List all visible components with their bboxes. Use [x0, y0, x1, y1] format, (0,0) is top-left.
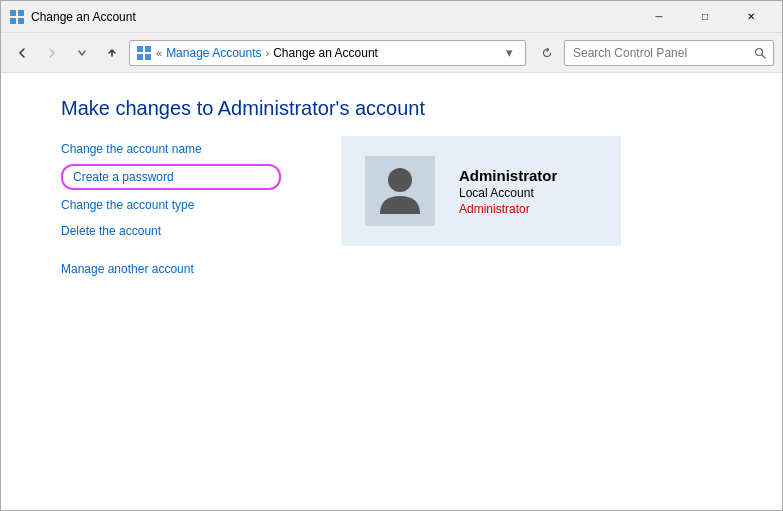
- up-button[interactable]: [99, 40, 125, 66]
- account-type: Local Account: [459, 186, 557, 200]
- forward-icon: [47, 48, 57, 58]
- window-title: Change an Account: [31, 10, 636, 24]
- nav-bar: « Manage Accounts › Change an Account ▾: [1, 33, 782, 73]
- svg-rect-7: [145, 54, 151, 60]
- svg-rect-0: [10, 10, 16, 16]
- breadcrumb-cp-icon: [136, 45, 152, 61]
- main-content: Make changes to Administrator's account …: [1, 73, 782, 510]
- search-icon: [754, 47, 766, 59]
- svg-rect-3: [18, 18, 24, 24]
- window-icon: [9, 9, 25, 25]
- close-button[interactable]: ✕: [728, 1, 774, 33]
- account-info: Administrator Local Account Administrato…: [459, 167, 557, 216]
- svg-rect-4: [137, 46, 143, 52]
- account-panel: Administrator Local Account Administrato…: [341, 136, 621, 246]
- maximize-button[interactable]: □: [682, 1, 728, 33]
- search-bar: [564, 40, 774, 66]
- main-window: Change an Account ─ □ ✕: [0, 0, 783, 511]
- refresh-icon: [542, 48, 552, 58]
- create-password-link[interactable]: Create a password: [61, 164, 281, 190]
- refresh-button[interactable]: [534, 40, 560, 66]
- window-controls: ─ □ ✕: [636, 1, 774, 33]
- change-account-type-link[interactable]: Change the account type: [61, 192, 281, 218]
- svg-rect-6: [137, 54, 143, 60]
- account-avatar: [365, 156, 435, 226]
- breadcrumb-dropdown-button[interactable]: ▾: [499, 41, 519, 65]
- change-account-name-link[interactable]: Change the account name: [61, 136, 281, 162]
- breadcrumb-bar: « Manage Accounts › Change an Account ▾: [129, 40, 526, 66]
- back-button[interactable]: [9, 40, 35, 66]
- svg-line-9: [762, 54, 766, 58]
- account-role: Administrator: [459, 202, 557, 216]
- up-icon: [107, 48, 117, 58]
- svg-point-10: [388, 168, 412, 192]
- back-icon: [17, 48, 27, 58]
- account-name: Administrator: [459, 167, 557, 184]
- delete-account-link[interactable]: Delete the account: [61, 218, 281, 244]
- recent-button[interactable]: [69, 40, 95, 66]
- svg-rect-1: [18, 10, 24, 16]
- minimize-button[interactable]: ─: [636, 1, 682, 33]
- svg-rect-5: [145, 46, 151, 52]
- content-body: Change the account name Create a passwor…: [1, 136, 782, 510]
- title-bar: Change an Account ─ □ ✕: [1, 1, 782, 33]
- breadcrumb-current: Change an Account: [273, 46, 378, 60]
- breadcrumb-manage-accounts[interactable]: Manage Accounts: [166, 46, 261, 60]
- search-input[interactable]: [565, 41, 747, 65]
- forward-button[interactable]: [39, 40, 65, 66]
- svg-rect-2: [10, 18, 16, 24]
- action-links: Change the account name Create a passwor…: [61, 136, 281, 510]
- chevron-down-icon: [77, 48, 87, 58]
- breadcrumb-sep2: ›: [266, 47, 270, 59]
- person-icon: [375, 164, 425, 219]
- page-heading: Make changes to Administrator's account: [1, 73, 782, 136]
- manage-another-account-link[interactable]: Manage another account: [61, 256, 281, 282]
- breadcrumb-sep1: «: [156, 47, 162, 59]
- search-button[interactable]: [747, 41, 773, 65]
- link-separator: [61, 244, 281, 256]
